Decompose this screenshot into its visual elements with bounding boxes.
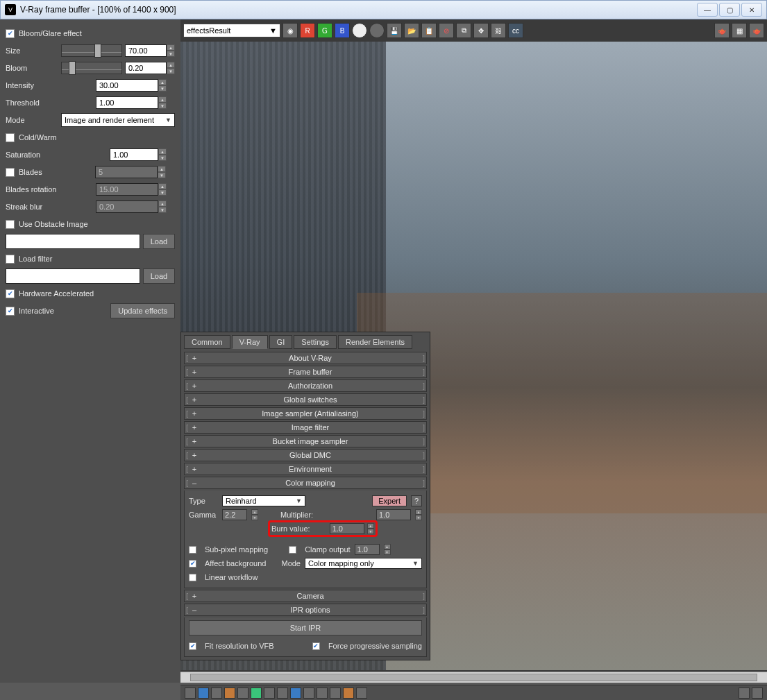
rollout-color-mapping[interactable]: [–Color mapping]: [184, 477, 427, 489]
interactive-checkbox[interactable]: ✔: [6, 307, 15, 316]
status-icon-11[interactable]: [317, 688, 328, 699]
burn-value-spinner[interactable]: ▲▼: [367, 523, 374, 534]
tab-render-elements[interactable]: Render Elements: [338, 335, 412, 349]
channel-select[interactable]: effectsResult▼: [183, 24, 280, 37]
burn-value-input[interactable]: 1.0: [330, 523, 364, 534]
status-icon-10[interactable]: [303, 688, 314, 699]
blades-spinner[interactable]: ▲▼: [158, 166, 166, 178]
stop-icon[interactable]: ▦: [732, 23, 747, 38]
minimize-button[interactable]: —: [697, 3, 718, 17]
clear-icon[interactable]: ⊘: [439, 23, 454, 38]
tab-gi[interactable]: GI: [269, 335, 293, 349]
open-icon[interactable]: 📂: [404, 23, 419, 38]
tab-common[interactable]: Common: [184, 335, 230, 349]
bloom-spinner[interactable]: ▲▼: [167, 62, 175, 74]
saturation-input[interactable]: 1.00: [110, 148, 158, 161]
start-ipr-button[interactable]: Start IPR: [189, 620, 422, 635]
help-button[interactable]: ?: [411, 495, 422, 506]
clipboard-icon[interactable]: 📋: [421, 23, 437, 38]
bloom-glare-checkbox[interactable]: ✔: [6, 29, 15, 38]
status-icon-7[interactable]: [264, 688, 275, 699]
status-icon-right-2[interactable]: [752, 688, 763, 699]
obstacle-path-input[interactable]: [6, 234, 140, 249]
tab-settings[interactable]: Settings: [294, 335, 337, 349]
clamp-checkbox[interactable]: ✔: [289, 546, 296, 554]
status-icon-1[interactable]: [185, 688, 196, 699]
size-slider[interactable]: [61, 44, 122, 57]
filter-load-button[interactable]: Load: [143, 268, 175, 284]
intensity-spinner[interactable]: ▲▼: [158, 79, 167, 92]
gamma-spinner[interactable]: ▲▼: [251, 509, 258, 520]
rollout-ipr-options[interactable]: [–IPR options]: [184, 604, 427, 616]
duplicate-icon[interactable]: ⧉: [456, 23, 471, 38]
obstacle-checkbox[interactable]: ✔: [6, 220, 15, 229]
rollout-image-sampler[interactable]: [+Image sampler (Antialiasing)]: [184, 407, 427, 420]
streak-blur-spinner[interactable]: ▲▼: [158, 200, 167, 213]
status-icon-12[interactable]: [330, 688, 341, 699]
status-icon-right-1[interactable]: [739, 688, 750, 699]
mono-channel-button[interactable]: [369, 23, 385, 38]
force-progressive-checkbox[interactable]: ✔: [312, 642, 320, 650]
status-icon-2[interactable]: [198, 688, 209, 699]
green-channel-button[interactable]: G: [317, 23, 332, 38]
blades-rotation-spinner[interactable]: ▲▼: [158, 183, 167, 196]
horizontal-scrollbar[interactable]: [180, 672, 767, 683]
cm-mode-select[interactable]: Color mapping only▼: [305, 558, 422, 569]
rgb-icon[interactable]: ◉: [283, 23, 298, 38]
rollout-bucket-sampler[interactable]: [+Bucket image sampler]: [184, 435, 427, 447]
maximize-button[interactable]: ▢: [719, 3, 740, 17]
affect-bg-checkbox[interactable]: ✔: [189, 560, 196, 567]
tab-vray[interactable]: V-Ray: [232, 335, 268, 349]
size-input[interactable]: 70.00: [125, 44, 167, 57]
threshold-spinner[interactable]: ▲▼: [158, 96, 167, 109]
intensity-input[interactable]: 30.00: [96, 79, 158, 92]
rollout-image-filter[interactable]: [+Image filter]: [184, 421, 427, 434]
rollout-authorization[interactable]: [+Authorization]: [184, 379, 427, 392]
mode-select[interactable]: Image and render element▼: [61, 113, 175, 127]
rollout-about[interactable]: [+About V-Ray]: [184, 352, 427, 364]
teapot-region-icon[interactable]: 🫖: [749, 23, 764, 38]
subpixel-checkbox[interactable]: ✔: [189, 546, 196, 554]
gamma-input[interactable]: 2.2: [222, 509, 247, 520]
status-icon-8[interactable]: [277, 688, 288, 699]
red-channel-button[interactable]: R: [300, 23, 315, 38]
color-corrections-icon[interactable]: cc: [508, 23, 523, 38]
blades-checkbox[interactable]: ✔: [6, 168, 15, 177]
update-effects-button[interactable]: Update effects: [110, 303, 175, 318]
track-mouse-icon[interactable]: ✥: [473, 23, 489, 38]
status-icon-14[interactable]: [356, 688, 367, 699]
loadfilter-checkbox[interactable]: ✔: [6, 255, 15, 264]
fit-resolution-checkbox[interactable]: ✔: [189, 642, 196, 650]
close-button[interactable]: ✕: [741, 3, 762, 17]
bloom-input[interactable]: 0.20: [125, 62, 167, 74]
status-icon-5[interactable]: [237, 688, 248, 699]
threshold-input[interactable]: 1.00: [96, 96, 158, 109]
rollout-frame-buffer[interactable]: [+Frame buffer]: [184, 366, 427, 378]
clamp-spinner[interactable]: ▲▼: [384, 544, 391, 555]
coldwarm-checkbox[interactable]: ✔: [6, 133, 15, 142]
linear-workflow-checkbox[interactable]: ✔: [189, 574, 196, 581]
status-icon-13[interactable]: [343, 688, 354, 699]
size-spinner[interactable]: ▲▼: [167, 44, 175, 57]
saturation-spinner[interactable]: ▲▼: [158, 148, 167, 161]
alpha-channel-button[interactable]: [352, 23, 367, 38]
obstacle-load-button[interactable]: Load: [143, 234, 175, 249]
cm-type-select[interactable]: Reinhard▼: [222, 495, 305, 506]
bloom-slider[interactable]: [61, 62, 122, 74]
save-icon[interactable]: 💾: [387, 23, 402, 38]
rollout-environment[interactable]: [+Environment]: [184, 463, 427, 475]
filter-path-input[interactable]: [6, 268, 140, 284]
rollout-global-switches[interactable]: [+Global switches]: [184, 393, 427, 406]
multiplier-spinner[interactable]: ▲▼: [415, 509, 422, 520]
clamp-input[interactable]: 1.0: [355, 544, 380, 555]
status-icon-3[interactable]: [211, 688, 222, 699]
expert-button[interactable]: Expert: [372, 495, 407, 506]
status-icon-9[interactable]: [290, 688, 301, 699]
multiplier-input[interactable]: 1.0: [376, 509, 411, 520]
hw-accel-checkbox[interactable]: ✔: [6, 289, 15, 298]
blue-channel-button[interactable]: B: [335, 23, 350, 38]
status-icon-4[interactable]: [224, 688, 235, 699]
rollout-global-dmc[interactable]: [+Global DMC]: [184, 449, 427, 461]
rollout-camera[interactable]: [+Camera]: [184, 590, 427, 602]
status-icon-6[interactable]: [251, 688, 262, 699]
